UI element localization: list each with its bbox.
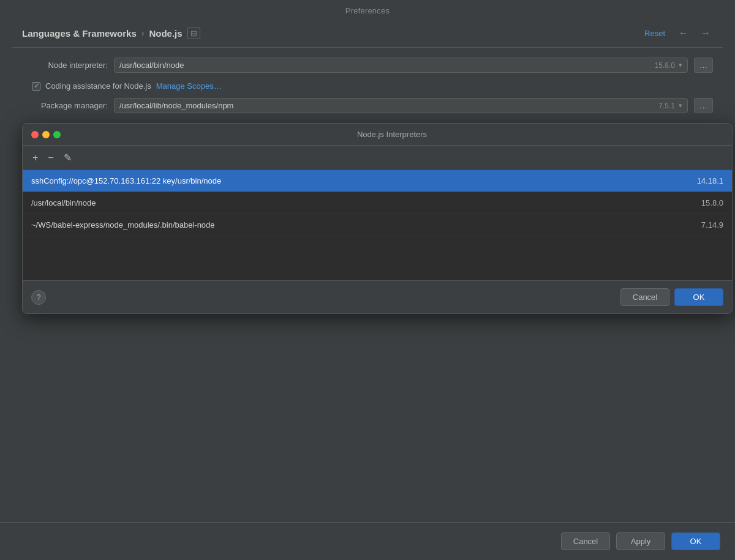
coding-assistance-label: Coding assistance for Node.js — [45, 81, 151, 91]
nav-forward-button[interactable]: → — [698, 26, 713, 40]
interpreter-version-0: 14.18.1 — [697, 176, 723, 185]
interpreter-item-0[interactable]: sshConfig://opc@152.70.163.161:22 key/us… — [23, 170, 732, 192]
cancel-button[interactable]: Cancel — [561, 532, 610, 550]
dialog-titlebar: Node.js Interpreters — [23, 124, 732, 146]
interpreter-path-1: /usr/local/bin/node — [31, 198, 701, 207]
node-interpreter-dropdown-icon[interactable]: ▾ — [679, 61, 682, 69]
interpreter-list: sshConfig://opc@152.70.163.161:22 key/us… — [23, 170, 732, 280]
remove-interpreter-button[interactable]: − — [45, 151, 56, 165]
dialog-window: Node.js Interpreters + − ✎ sshConfig://o… — [22, 123, 733, 314]
interpreter-version-1: 15.8.0 — [701, 198, 723, 207]
manage-scopes-link[interactable]: Manage Scopes… — [156, 81, 222, 91]
bottom-bar: Cancel Apply OK — [0, 522, 735, 560]
interpreters-dialog: Node.js Interpreters + − ✎ sshConfig://o… — [12, 123, 723, 314]
dialog-cancel-button[interactable]: Cancel — [620, 288, 669, 306]
dialog-toolbar: + − ✎ — [23, 146, 732, 170]
reset-button[interactable]: Reset — [641, 28, 669, 39]
minimize-traffic-light[interactable] — [42, 131, 50, 138]
title-bar: Preferences — [0, 0, 735, 20]
dialog-title: Node.js Interpreters — [61, 130, 723, 139]
package-manager-section: Package manager: /usr/local/lib/node_mod… — [12, 98, 723, 121]
dialog-ok-button[interactable]: OK — [674, 288, 723, 306]
form-section: Node interpreter: /usr/local/bin/node 15… — [12, 48, 723, 98]
node-interpreter-path: /usr/local/bin/node — [119, 61, 655, 70]
package-manager-row: Package manager: /usr/local/lib/node_mod… — [22, 98, 713, 113]
header-row: Languages & Frameworks › Node.js ⊟ Reset… — [12, 20, 723, 48]
coding-assistance-checkbox[interactable]: ✓ — [32, 82, 40, 91]
checkmark-icon: ✓ — [34, 82, 39, 90]
coding-assistance-row: ✓ Coding assistance for Node.js Manage S… — [22, 81, 713, 91]
node-interpreter-version: 15.8.0 — [655, 61, 675, 70]
breadcrumb-main: Languages & Frameworks — [22, 28, 137, 39]
preferences-title: Preferences — [345, 6, 390, 15]
ok-button[interactable]: OK — [671, 532, 720, 550]
help-icon: ? — [37, 293, 41, 302]
node-interpreter-row: Node interpreter: /usr/local/bin/node 15… — [22, 58, 713, 73]
header-actions: Reset ← → — [641, 26, 713, 40]
package-manager-input-wrap: /usr/local/lib/node_modules/npm 7.5.1 ▾ — [114, 98, 688, 113]
edit-interpreter-button[interactable]: ✎ — [61, 151, 74, 165]
interpreter-item-1[interactable]: /usr/local/bin/node 15.8.0 — [23, 192, 732, 214]
settings-icon: ⊟ — [187, 28, 200, 39]
maximize-traffic-light[interactable] — [53, 131, 61, 138]
traffic-lights — [31, 131, 61, 138]
dialog-action-buttons: Cancel OK — [620, 288, 723, 306]
nav-back-button[interactable]: ← — [676, 26, 691, 40]
interpreter-path-2: ~/WS/babel-express/node_modules/.bin/bab… — [31, 220, 701, 230]
dialog-footer: ? Cancel OK — [23, 280, 732, 313]
package-manager-version: 7.5.1 — [658, 102, 675, 110]
node-interpreter-label: Node interpreter: — [22, 61, 108, 70]
package-manager-browse-button[interactable]: … — [694, 98, 713, 113]
package-manager-label: Package manager: — [22, 101, 108, 110]
interpreter-item-2[interactable]: ~/WS/babel-express/node_modules/.bin/bab… — [23, 214, 732, 236]
package-manager-dropdown-icon[interactable]: ▾ — [679, 102, 682, 110]
interpreter-version-2: 7.14.9 — [701, 220, 723, 230]
apply-button[interactable]: Apply — [616, 532, 665, 550]
breadcrumb: Languages & Frameworks › Node.js ⊟ — [22, 28, 641, 39]
breadcrumb-arrow-icon: › — [141, 28, 145, 38]
close-traffic-light[interactable] — [31, 131, 39, 138]
node-interpreter-input-wrap: /usr/local/bin/node 15.8.0 ▾ — [114, 58, 688, 73]
breadcrumb-current: Node.js — [149, 28, 182, 39]
package-manager-path: /usr/local/lib/node_modules/npm — [119, 101, 658, 110]
interpreter-path-0: sshConfig://opc@152.70.163.161:22 key/us… — [31, 176, 697, 185]
node-interpreter-browse-button[interactable]: … — [694, 58, 713, 73]
preferences-panel: Languages & Frameworks › Node.js ⊟ Reset… — [12, 20, 723, 121]
add-interpreter-button[interactable]: + — [30, 151, 40, 165]
help-button[interactable]: ? — [31, 290, 46, 305]
